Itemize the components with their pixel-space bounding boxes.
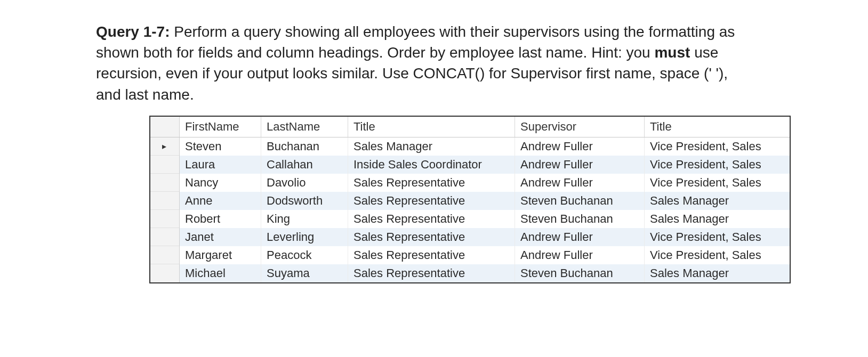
cell-firstname[interactable]: Steven [180, 137, 261, 156]
cell-lastname[interactable]: Davolio [261, 174, 348, 192]
query-text-1: Perform a query showing all employees wi… [96, 23, 735, 61]
cell-lastname[interactable]: Peacock [261, 246, 348, 264]
cell-title[interactable]: Sales Representative [348, 228, 515, 246]
cell-lastname[interactable]: Dodsworth [261, 192, 348, 210]
cell-lastname[interactable]: King [261, 210, 348, 228]
cell-supervisortitle[interactable]: Sales Manager [645, 210, 790, 228]
col-header-firstname[interactable]: FirstName [180, 117, 261, 137]
table-row[interactable]: ▸StevenBuchananSales ManagerAndrew Fulle… [150, 137, 790, 156]
query-label: Query 1-7: [96, 23, 174, 40]
cell-firstname[interactable]: Michael [180, 264, 261, 282]
cell-firstname[interactable]: Anne [180, 192, 261, 210]
header-row: FirstName LastName Title Supervisor Titl… [150, 117, 790, 137]
row-selector-cell[interactable] [150, 174, 180, 192]
cell-lastname[interactable]: Buchanan [261, 137, 348, 156]
table-row[interactable]: NancyDavolioSales RepresentativeAndrew F… [150, 174, 790, 192]
cell-supervisor[interactable]: Steven Buchanan [515, 192, 645, 210]
cell-supervisortitle[interactable]: Vice President, Sales [645, 174, 790, 192]
table-row[interactable]: JanetLeverlingSales RepresentativeAndrew… [150, 228, 790, 246]
cell-supervisor[interactable]: Steven Buchanan [515, 210, 645, 228]
cell-supervisor[interactable]: Steven Buchanan [515, 264, 645, 282]
cell-title[interactable]: Sales Representative [348, 246, 515, 264]
cell-supervisor[interactable]: Andrew Fuller [515, 137, 645, 156]
cell-supervisortitle[interactable]: Vice President, Sales [645, 156, 790, 174]
cell-supervisortitle[interactable]: Sales Manager [645, 192, 790, 210]
row-selector-cell[interactable] [150, 210, 180, 228]
cell-title[interactable]: Sales Representative [348, 192, 515, 210]
cell-supervisortitle[interactable]: Vice President, Sales [645, 228, 790, 246]
col-header-title[interactable]: Title [348, 117, 515, 137]
col-header-lastname[interactable]: LastName [261, 117, 348, 137]
cell-title[interactable]: Sales Representative [348, 174, 515, 192]
cell-title[interactable]: Sales Representative [348, 264, 515, 282]
col-header-supervisortitle[interactable]: Title [645, 117, 790, 137]
cell-firstname[interactable]: Nancy [180, 174, 261, 192]
cell-title[interactable]: Sales Manager [348, 137, 515, 156]
row-selector-cell[interactable] [150, 156, 180, 174]
cell-supervisortitle[interactable]: Vice President, Sales [645, 137, 790, 156]
cell-firstname[interactable]: Margaret [180, 246, 261, 264]
table-row[interactable]: MargaretPeacockSales RepresentativeAndre… [150, 246, 790, 264]
row-selector-cell[interactable] [150, 246, 180, 264]
table-row[interactable]: AnneDodsworthSales RepresentativeSteven … [150, 192, 790, 210]
cell-supervisortitle[interactable]: Vice President, Sales [645, 246, 790, 264]
row-selector-cell[interactable] [150, 192, 180, 210]
table-row[interactable]: MichaelSuyamaSales RepresentativeSteven … [150, 264, 790, 282]
table-row[interactable]: RobertKingSales RepresentativeSteven Buc… [150, 210, 790, 228]
cell-supervisor[interactable]: Andrew Fuller [515, 246, 645, 264]
cell-lastname[interactable]: Leverling [261, 228, 348, 246]
cell-supervisortitle[interactable]: Sales Manager [645, 264, 790, 282]
cell-supervisor[interactable]: Andrew Fuller [515, 228, 645, 246]
results-grid: FirstName LastName Title Supervisor Titl… [149, 116, 791, 283]
cell-supervisor[interactable]: Andrew Fuller [515, 156, 645, 174]
col-header-supervisor[interactable]: Supervisor [515, 117, 645, 137]
row-selector-header [150, 117, 180, 137]
row-selector-cell[interactable] [150, 228, 180, 246]
row-selector-cell[interactable] [150, 264, 180, 282]
cell-firstname[interactable]: Janet [180, 228, 261, 246]
current-row-marker-icon: ▸ [162, 142, 166, 151]
table-row[interactable]: LauraCallahanInside Sales CoordinatorAnd… [150, 156, 790, 174]
cell-supervisor[interactable]: Andrew Fuller [515, 174, 645, 192]
cell-firstname[interactable]: Robert [180, 210, 261, 228]
cell-title[interactable]: Sales Representative [348, 210, 515, 228]
query-description: Query 1-7: Perform a query showing all e… [96, 21, 736, 105]
cell-firstname[interactable]: Laura [180, 156, 261, 174]
cell-title[interactable]: Inside Sales Coordinator [348, 156, 515, 174]
cell-lastname[interactable]: Callahan [261, 156, 348, 174]
cell-lastname[interactable]: Suyama [261, 264, 348, 282]
row-selector-cell[interactable]: ▸ [150, 137, 180, 156]
query-bold-must: must [654, 44, 690, 61]
